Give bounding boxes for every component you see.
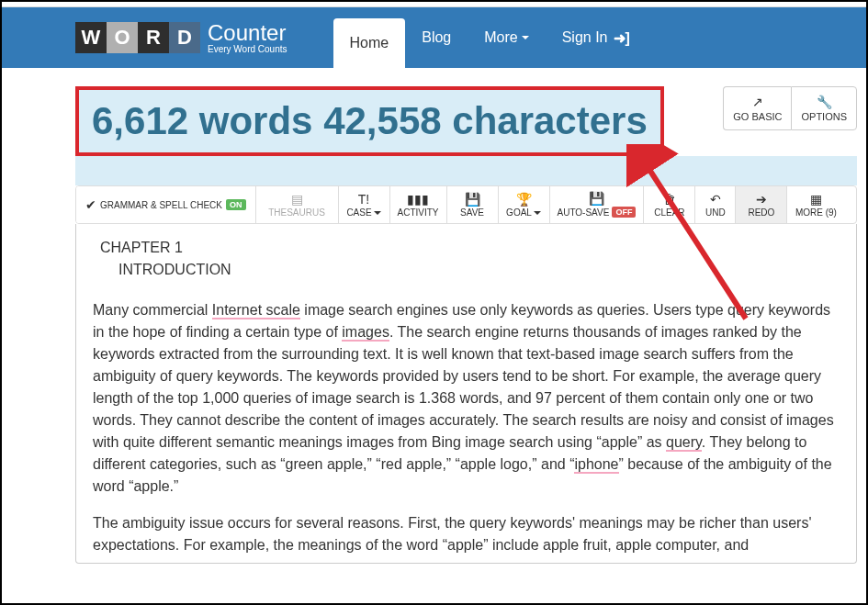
undo-button[interactable]: ↶ UND [695,186,736,223]
intro-heading: INTRODUCTION [118,259,840,281]
more-button[interactable]: ▦ MORE (9) [787,186,844,223]
spell-mark: Internet scale [212,302,300,319]
nav-signin[interactable]: Sign In ➜] [546,7,647,68]
trash-icon: 🗑 [663,193,676,206]
word-count-label: words [199,99,313,142]
floppy-icon: 💾 [589,192,604,205]
logo-tile-r: R [138,22,169,53]
nav-signin-label: Sign In [562,29,608,46]
go-basic-button[interactable]: ↗ GO BASIC [723,86,791,130]
case-icon: T! [358,193,369,206]
wrench-icon: 🔧 [801,95,847,109]
navbar: W O R D Counter Every Word Counts Home B… [2,7,866,68]
undo-icon: ↶ [710,193,721,206]
grid-icon: ▦ [810,193,822,206]
book-icon: ▤ [291,193,303,206]
grammar-label: GRAMMAR & SPELL CHECK [100,200,222,210]
nav-more-label: More [484,29,517,46]
logo-tile-w: W [75,22,107,53]
chevron-down-icon [374,211,381,215]
autosave-label: AUTO-SAVE [558,207,610,218]
text-editor[interactable]: CHAPTER 1 INTRODUCTION Many commercial I… [75,224,857,564]
spell-mark: query [666,434,702,452]
logo[interactable]: W O R D Counter Every Word Counts [75,22,287,54]
external-link-icon: ↗ [733,95,782,109]
redo-button[interactable]: ➔ REDO [736,186,787,223]
logo-tagline: Every Word Counts [208,45,287,54]
char-count-label: characters [452,99,647,142]
save-icon: 💾 [465,193,480,206]
bar-chart-icon: ▮▮▮ [407,193,429,206]
clear-button[interactable]: 🗑 CLEAR [644,186,695,223]
options-button[interactable]: 🔧 OPTIONS [791,86,857,130]
paragraph-1: Many commercial Internet scale image sea… [93,299,840,498]
check-icon: ✔ [85,198,96,211]
nav-more[interactable]: More [468,7,545,68]
chevron-down-icon [534,211,541,215]
logo-tiles: W O R D [75,22,200,53]
word-count-panel: 6,612 words 42,558 characters [75,86,664,156]
go-basic-label: GO BASIC [733,111,782,122]
case-button[interactable]: T! CASE [339,186,390,223]
toolbar: ✔ GRAMMAR & SPELL CHECK ON ▤ THESAURUS T… [75,185,857,224]
activity-button[interactable]: ▮▮▮ ACTIVITY [390,186,447,223]
trophy-icon: 🏆 [516,193,532,206]
logo-tile-o: O [107,22,138,53]
word-count-value: 6,612 [92,99,188,142]
nav-blog[interactable]: Blog [405,7,468,68]
counter-strip [75,156,857,185]
signin-icon: ➜] [614,29,630,47]
undo-label: UND [705,207,726,218]
more-label: MORE (9) [795,207,837,218]
autosave-badge: OFF [612,207,636,218]
autosave-button[interactable]: 💾 AUTO-SAVE OFF [550,186,645,223]
char-count-value: 42,558 [323,99,441,142]
spell-mark: images [342,324,389,342]
thesaurus-button[interactable]: ▤ THESAURUS [256,186,339,223]
chevron-down-icon [522,36,529,39]
paragraph-2: The ambiguity issue occurs for several r… [93,512,840,556]
redo-label: REDO [748,207,774,218]
options-label: OPTIONS [801,111,847,122]
logo-title: Counter [208,22,287,44]
thesaurus-label: THESAURUS [268,207,325,218]
activity-label: ACTIVITY [398,207,439,218]
save-button[interactable]: 💾 SAVE [447,186,499,223]
grammar-check-button[interactable]: ✔ GRAMMAR & SPELL CHECK ON [76,186,256,223]
nav-home[interactable]: Home [333,18,406,68]
clear-label: CLEAR [654,207,684,218]
grammar-badge: ON [226,199,246,210]
case-label: CASE [346,207,371,218]
goal-button[interactable]: 🏆 GOAL [499,186,550,223]
logo-tile-d: D [169,22,200,53]
goal-label: GOAL [506,207,532,218]
chapter-heading: CHAPTER 1 [100,237,840,259]
save-label: SAVE [460,207,484,218]
redo-icon: ➔ [756,193,767,206]
spell-mark: iphone [574,456,618,474]
